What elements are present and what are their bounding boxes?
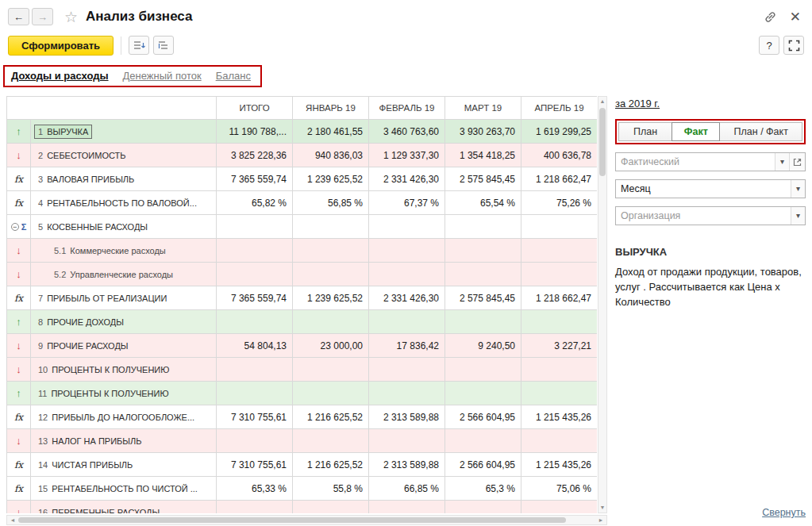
vertical-scroll-thumb[interactable] — [599, 108, 606, 176]
row-name-cell[interactable]: 7ПРИБЫЛЬ ОТ РЕАЛИЗАЦИИ — [31, 286, 217, 310]
value-cell[interactable] — [369, 358, 445, 382]
row-name-cell[interactable]: 5.1Коммерческие расходы — [31, 239, 217, 263]
value-cell[interactable]: 54 804,13 — [217, 334, 293, 358]
value-cell[interactable]: 2 566 604,95 — [445, 453, 521, 477]
table-row[interactable]: fx14ЧИСТАЯ ПРИБЫЛЬ7 310 755,611 216 625,… — [7, 453, 598, 477]
value-cell[interactable]: 9 240,50 — [445, 334, 521, 358]
value-cell[interactable]: 3 930 263,70 — [445, 120, 521, 144]
value-cell[interactable]: 1 239 625,52 — [293, 167, 369, 191]
value-cell[interactable] — [521, 310, 598, 334]
value-cell[interactable]: 1 216 625,52 — [293, 405, 369, 429]
row-name-cell[interactable]: 12ПРИБЫЛЬ ДО НАЛОГООБЛОЖЕ... — [31, 405, 217, 429]
value-cell[interactable]: 2 331 426,30 — [369, 286, 445, 310]
value-cell[interactable] — [217, 263, 293, 286]
value-cell[interactable]: 65,33 % — [217, 477, 293, 501]
close-icon[interactable]: ✕ — [790, 10, 801, 24]
row-name-cell[interactable]: 11ПРОЦЕНТЫ К ПОЛУЧЕНИЮ — [31, 382, 217, 405]
scroll-right-icon[interactable]: ► — [595, 516, 606, 525]
value-cell[interactable] — [217, 358, 293, 382]
value-cell[interactable]: 3 460 763,60 — [369, 120, 445, 144]
value-cell[interactable]: 3 227,21 — [521, 334, 598, 358]
generate-button[interactable]: Сформировать — [8, 36, 114, 56]
value-cell[interactable] — [293, 239, 369, 263]
favorite-star-icon[interactable]: ☆ — [64, 8, 78, 26]
value-cell[interactable] — [445, 382, 521, 405]
open-scenario-icon[interactable] — [789, 153, 805, 171]
value-cell[interactable]: 56,85 % — [293, 191, 369, 215]
table-row[interactable]: ↓13НАЛОГ НА ПРИБЫЛЬ — [7, 429, 598, 453]
value-cell[interactable] — [521, 501, 598, 514]
value-cell[interactable]: 7 310 755,61 — [217, 453, 293, 477]
tab-balance[interactable]: Баланс — [216, 70, 251, 82]
value-cell[interactable]: 65,82 % — [217, 191, 293, 215]
column-header[interactable]: МАРТ 19 — [445, 97, 521, 120]
value-cell[interactable]: 1 215 435,26 — [521, 453, 598, 477]
collapse-icon[interactable]: − — [11, 223, 19, 231]
value-cell[interactable] — [217, 501, 293, 514]
value-cell[interactable] — [445, 239, 521, 263]
value-cell[interactable]: 23 000,00 — [293, 334, 369, 358]
chevron-down-icon[interactable]: ▾ — [775, 153, 789, 171]
scenario-combobox[interactable]: Фактический ▾ — [615, 152, 806, 171]
table-row[interactable]: fx15РЕНТАБЕЛЬНОСТЬ ПО ЧИСТОЙ ...65,33 %5… — [7, 477, 598, 501]
value-cell[interactable]: 11 190 788,... — [217, 120, 293, 144]
value-cell[interactable] — [521, 429, 598, 453]
table-row[interactable]: fx7ПРИБЫЛЬ ОТ РЕАЛИЗАЦИИ7 365 559,741 23… — [7, 286, 598, 310]
value-cell[interactable] — [293, 310, 369, 334]
value-cell[interactable]: 65,54 % — [445, 191, 521, 215]
value-cell[interactable] — [369, 382, 445, 405]
value-cell[interactable]: 65,3 % — [445, 477, 521, 501]
mode-plan-button[interactable]: План — [618, 122, 672, 141]
back-button[interactable]: ← — [8, 8, 29, 25]
help-button[interactable]: ? — [759, 36, 779, 55]
table-row[interactable]: ↓16ПЕРЕМЕННЫЕ РАСХОДЫ — [7, 501, 598, 514]
table-row[interactable]: ↑8ПРОЧИЕ ДОХОДЫ — [7, 310, 598, 334]
value-cell[interactable] — [369, 310, 445, 334]
value-cell[interactable] — [445, 429, 521, 453]
value-cell[interactable] — [369, 215, 445, 239]
value-cell[interactable]: 67,37 % — [369, 191, 445, 215]
value-cell[interactable] — [369, 239, 445, 263]
value-cell[interactable] — [293, 382, 369, 405]
value-cell[interactable] — [521, 358, 598, 382]
value-cell[interactable]: 2 566 604,95 — [445, 405, 521, 429]
value-cell[interactable]: 3 825 228,36 — [217, 144, 293, 167]
row-name-cell[interactable]: 10ПРОЦЕНТЫ К ПОЛУЧЕНИЮ — [31, 358, 217, 382]
horizontal-scroll-thumb[interactable] — [18, 517, 566, 523]
scroll-down-icon[interactable]: ▼ — [600, 503, 606, 513]
organization-combobox[interactable]: Организация ▾ — [615, 206, 806, 225]
value-cell[interactable]: 940 836,03 — [293, 144, 369, 167]
row-name-cell[interactable]: 2СЕБЕСТОИМОСТЬ — [31, 144, 217, 167]
value-cell[interactable]: 2 313 589,88 — [369, 453, 445, 477]
value-cell[interactable]: 2 575 845,45 — [445, 286, 521, 310]
value-cell[interactable] — [521, 263, 598, 286]
report-variants-button[interactable] — [129, 36, 149, 55]
get-link-icon[interactable] — [764, 10, 777, 24]
value-cell[interactable]: 2 180 461,55 — [293, 120, 369, 144]
value-cell[interactable] — [293, 215, 369, 239]
row-name-cell[interactable]: 15РЕНТАБЕЛЬНОСТЬ ПО ЧИСТОЙ ... — [31, 477, 217, 501]
table-row[interactable]: fx4РЕНТАБЕЛЬНОСТЬ ПО ВАЛОВОЙ...65,82 %56… — [7, 191, 598, 215]
table-row[interactable]: ↓5.2Управленческие расходы — [7, 263, 598, 286]
value-cell[interactable] — [521, 215, 598, 239]
value-cell[interactable]: 1 239 625,52 — [293, 286, 369, 310]
column-header[interactable]: АПРЕЛЬ 19 — [521, 97, 598, 120]
mode-plan-fact-button[interactable]: План / Факт — [719, 122, 802, 141]
value-cell[interactable]: 55,8 % — [293, 477, 369, 501]
value-cell[interactable] — [445, 215, 521, 239]
forward-button[interactable]: → — [32, 8, 53, 25]
vertical-scrollbar[interactable]: ▲ ▼ — [598, 96, 607, 513]
value-cell[interactable] — [217, 310, 293, 334]
table-row[interactable]: ↓2СЕБЕСТОИМОСТЬ3 825 228,36940 836,031 1… — [7, 144, 598, 167]
table-row[interactable]: ↓9ПРОЧИЕ РАСХОДЫ54 804,1323 000,0017 836… — [7, 334, 598, 358]
value-cell[interactable]: 17 836,42 — [369, 334, 445, 358]
row-name-cell[interactable]: 1ВЫРУЧКА — [31, 120, 217, 144]
value-cell[interactable]: 2 331 426,30 — [369, 167, 445, 191]
column-header[interactable]: ЯНВАРЬ 19 — [293, 97, 369, 120]
column-header[interactable]: ФЕВРАЛЬ 19 — [369, 97, 445, 120]
value-cell[interactable] — [293, 501, 369, 514]
value-cell[interactable]: 75,06 % — [521, 477, 598, 501]
fullscreen-button[interactable] — [783, 36, 804, 55]
value-cell[interactable] — [445, 310, 521, 334]
value-cell[interactable] — [217, 239, 293, 263]
